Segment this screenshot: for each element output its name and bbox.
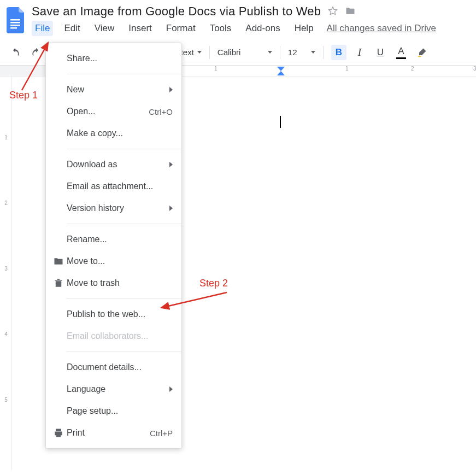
- font-dropdown[interactable]: Calibri: [218, 48, 272, 57]
- underline-button[interactable]: U: [373, 45, 388, 60]
- menu-file[interactable]: File: [32, 21, 53, 36]
- svg-rect-3: [10, 27, 17, 29]
- undo-button[interactable]: [8, 45, 23, 60]
- text-color-button[interactable]: A: [393, 45, 409, 60]
- svg-rect-1: [10, 22, 20, 24]
- chevron-down-icon: [197, 51, 202, 54]
- menu-page-setup[interactable]: Page setup...: [46, 400, 181, 422]
- menu-move-to-trash[interactable]: Move to trash: [46, 272, 181, 294]
- folder-icon: [51, 256, 66, 267]
- menu-addons[interactable]: Add-ons: [242, 21, 283, 36]
- menu-document-details[interactable]: Document details...: [46, 356, 181, 378]
- fontsize-dropdown[interactable]: 12: [288, 48, 315, 57]
- svg-rect-2: [10, 25, 20, 26]
- menu-make-copy[interactable]: Make a copy...: [46, 122, 181, 144]
- print-icon: [51, 427, 66, 438]
- folder-icon[interactable]: [345, 5, 356, 18]
- fontsize-label: 12: [288, 48, 297, 57]
- text-cursor: [280, 116, 281, 128]
- redo-button[interactable]: [28, 45, 44, 60]
- chevron-down-icon: [268, 51, 272, 54]
- header: Save an Image from Google Docs via Publi…: [0, 0, 476, 36]
- italic-button[interactable]: I: [352, 45, 367, 60]
- submenu-arrow-icon: [169, 386, 173, 392]
- trash-icon: [51, 278, 66, 289]
- submenu-arrow-icon: [169, 162, 173, 167]
- menu-publish-to-web[interactable]: Publish to the web...: [46, 303, 181, 325]
- menu-view[interactable]: View: [91, 21, 118, 36]
- vertical-ruler[interactable]: 1 2 3 4 5: [0, 77, 12, 470]
- menu-insert[interactable]: Insert: [125, 21, 155, 36]
- menu-rename[interactable]: Rename...: [46, 228, 181, 250]
- menu-new[interactable]: New: [46, 79, 181, 101]
- menu-version-history[interactable]: Version history: [46, 197, 181, 219]
- docs-logo-icon: [7, 7, 26, 33]
- document-title[interactable]: Save an Image from Google Docs via Publi…: [32, 4, 321, 19]
- submenu-arrow-icon: [169, 206, 173, 211]
- indent-marker-icon[interactable]: [277, 67, 285, 77]
- text-color-label: A: [398, 46, 404, 57]
- menu-help[interactable]: Help: [291, 21, 317, 36]
- menu-tools[interactable]: Tools: [207, 21, 235, 36]
- star-icon[interactable]: [327, 5, 338, 18]
- font-label: Calibri: [218, 48, 241, 57]
- menu-email-attachment[interactable]: Email as attachment...: [46, 175, 181, 197]
- bold-button[interactable]: B: [331, 45, 346, 60]
- text-color-bar: [396, 57, 406, 59]
- chevron-down-icon: [311, 51, 315, 54]
- menu-open[interactable]: Open...Ctrl+O: [46, 101, 181, 122]
- svg-rect-0: [10, 19, 20, 21]
- menu-share[interactable]: Share...: [46, 48, 181, 69]
- menu-edit[interactable]: Edit: [61, 21, 83, 36]
- menu-move-to[interactable]: Move to...: [46, 250, 181, 272]
- menubar: File Edit View Insert Format Tools Add-o…: [32, 21, 436, 36]
- submenu-arrow-icon: [169, 87, 173, 92]
- highlight-button[interactable]: [414, 45, 430, 60]
- menu-email-collaborators: Email collaborators...: [46, 325, 181, 347]
- menu-format[interactable]: Format: [163, 21, 199, 36]
- menu-language[interactable]: Language: [46, 378, 181, 400]
- file-menu-dropdown: Share... New Open...Ctrl+O Make a copy..…: [45, 43, 182, 449]
- menu-download-as[interactable]: Download as: [46, 154, 181, 175]
- menu-print[interactable]: PrintCtrl+P: [46, 422, 181, 444]
- save-status[interactable]: All changes saved in Drive: [327, 23, 436, 34]
